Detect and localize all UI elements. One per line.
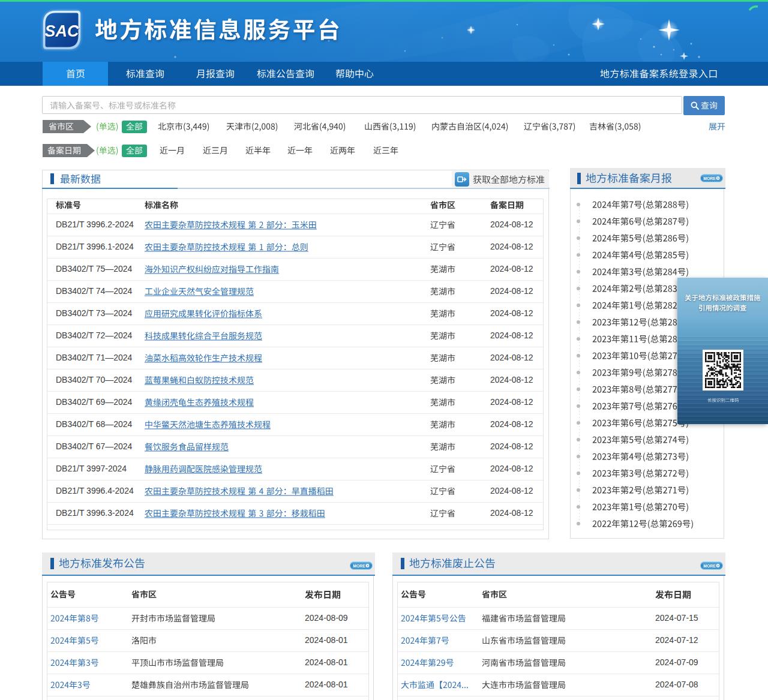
svg-text:MORE: MORE [703, 564, 716, 568]
svg-text:MORE: MORE [703, 176, 716, 181]
svg-text:MORE: MORE [353, 564, 365, 568]
svg-text:SAC: SAC [44, 22, 79, 40]
